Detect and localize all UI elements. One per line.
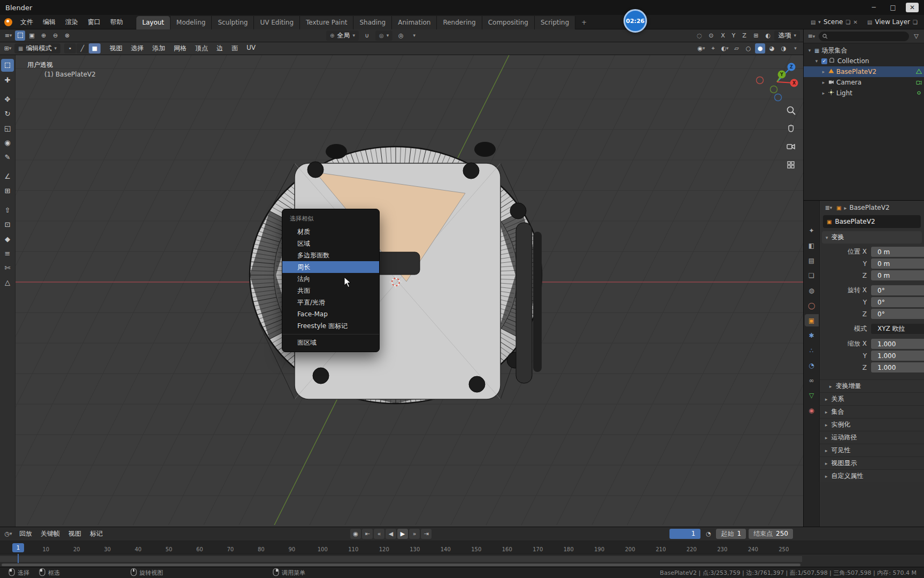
light-data-icon[interactable] (916, 90, 922, 97)
property-field-Z[interactable]: 0° (871, 309, 924, 319)
shading-material-icon[interactable]: ◕ (767, 43, 777, 54)
menu-item-面区域[interactable]: 面区域 (282, 337, 379, 348)
collection-checkbox[interactable]: ✓ (821, 58, 827, 64)
axis-toggle-x[interactable]: X (718, 31, 728, 41)
overlays-toggle-icon[interactable]: ◐ (763, 31, 773, 41)
snap-toggle-icon[interactable]: ⊙ (706, 31, 716, 41)
new-view-layer-icon[interactable]: ❏ (913, 19, 918, 25)
properties-tab-constraints[interactable]: ∞ (805, 374, 819, 386)
properties-tab-scene[interactable]: ◍ (805, 284, 819, 296)
timeline-ruler[interactable]: 1 10203040506070809010011012013014015016… (0, 541, 924, 555)
vertex-select-icon[interactable]: • (64, 43, 76, 54)
close-button[interactable]: ✕ (906, 3, 919, 12)
viewport-menu-添加[interactable]: 添加 (148, 42, 170, 55)
section-实例化[interactable]: ▸实例化 (820, 418, 924, 431)
viewport-menu-选择[interactable]: 选择 (127, 42, 148, 55)
tool-box-select[interactable] (1, 59, 14, 72)
scene-icon[interactable]: ▤ (811, 19, 815, 25)
expand-arrow-icon[interactable]: ▸ (821, 90, 826, 96)
frame-end-field[interactable]: 结束点250 (749, 529, 793, 539)
outliner-row-Camera[interactable]: ▸Camera (804, 77, 924, 88)
camera-data-icon[interactable] (916, 79, 922, 86)
viewport-canvas[interactable]: X Y Z 用户透视 (1) BasePlateV2 (16, 55, 803, 527)
expand-arrow-icon[interactable]: ▸ (821, 80, 826, 85)
workspace-tab-animation[interactable]: Animation (392, 16, 437, 29)
properties-tab-modifiers[interactable]: ✱ (805, 329, 819, 341)
outliner-row-Light[interactable]: ▸Light (804, 88, 924, 98)
workspace-tab-sculpting[interactable]: Sculpting (212, 16, 254, 29)
section-可见性[interactable]: ▸可见性 (820, 444, 924, 457)
shading-wireframe-icon[interactable]: ○ (743, 43, 753, 54)
workspace-tab-shading[interactable]: Shading (353, 16, 392, 29)
menu-编辑[interactable]: 编辑 (38, 16, 60, 28)
scene-dropdown-icon[interactable]: ▾ (818, 19, 821, 25)
section-关系[interactable]: ▸关系 (820, 392, 924, 405)
proportional-edit-icon[interactable]: ◎ (396, 31, 406, 41)
timeline-channel[interactable] (0, 554, 924, 563)
overlays-icon[interactable]: ◐▾ (720, 43, 730, 54)
object-visibility-dropdown[interactable]: ◉▾ (696, 43, 706, 54)
properties-tab-tool[interactable]: ✦ (805, 224, 819, 237)
menu-item-周长[interactable]: 周长 (282, 261, 379, 273)
section-变换增量[interactable]: ▸变换增量 (820, 379, 924, 392)
shading-rendered-icon[interactable]: ◑ (779, 43, 789, 54)
auto-key-button[interactable]: ◉ (350, 529, 361, 539)
workspace-tab-layout[interactable]: Layout (136, 16, 171, 29)
tool-move[interactable]: ✥ (1, 93, 14, 105)
properties-tab-particles[interactable]: ∴ (805, 344, 819, 356)
workspace-tab-texture-paint[interactable]: Texture Paint (300, 16, 353, 29)
gizmos-toggle-icon[interactable]: ⌖ (708, 43, 718, 54)
add-workspace-button[interactable]: + (575, 16, 592, 29)
properties-tab-object-data[interactable]: ▽ (805, 389, 819, 401)
filter-icon[interactable]: ▽ (911, 31, 921, 41)
ortho-grid-icon[interactable] (785, 159, 797, 171)
proportional-falloff-dropdown[interactable]: ▾ (409, 31, 419, 41)
snap-icon[interactable]: ∪ (362, 31, 372, 41)
properties-editor-type-icon[interactable]: ≣▾ (823, 203, 834, 213)
menu-item-材质[interactable]: 材质 (282, 226, 379, 238)
section-自定义属性[interactable]: ▸自定义属性 (820, 469, 924, 482)
frame-start-field[interactable]: 起始1 (716, 529, 746, 539)
timeline-menu-关键帧[interactable]: 关键帧 (36, 528, 64, 540)
tool-knife[interactable]: ✄ (1, 261, 14, 274)
workspace-tab-compositing[interactable]: Compositing (482, 16, 535, 29)
properties-tab-render[interactable]: ◧ (805, 239, 819, 252)
menu-item-平直/光滑[interactable]: 平直/光滑 (282, 296, 379, 308)
property-field-缩放 X[interactable]: 1.000 (871, 339, 924, 349)
menu-item-多边形面数[interactable]: 多边形面数 (282, 249, 379, 261)
tool-extrude[interactable]: ⇧ (1, 203, 14, 216)
properties-tab-view-layer[interactable]: ❏ (805, 269, 819, 282)
camera-view-icon[interactable] (785, 141, 797, 153)
mesh-data-icon[interactable] (916, 69, 922, 75)
jump-to-end-button[interactable]: ⇥ (421, 529, 432, 539)
current-frame-field[interactable]: 1 (669, 529, 700, 539)
gizmo-z-neg[interactable] (775, 94, 782, 101)
playhead[interactable]: 1 (12, 543, 24, 552)
section-视图显示[interactable]: ▸视图显示 (820, 457, 924, 469)
tool-inset-faces[interactable]: ⊡ (1, 218, 14, 231)
shading-dropdown-icon[interactable]: ▾ (790, 43, 800, 54)
property-field-旋转 X[interactable]: 0° (871, 285, 924, 295)
property-field-位置 X[interactable]: 0 m (871, 247, 924, 257)
workspace-tab-rendering[interactable]: Rendering (437, 16, 482, 29)
play-reverse-button[interactable]: ◀ (386, 529, 396, 539)
timeline-scrollbar[interactable] (0, 563, 924, 567)
properties-tab-material[interactable]: ◉ (805, 404, 819, 416)
axis-toggle-y[interactable]: Y (728, 31, 738, 41)
section-运动路径[interactable]: ▸运动路径 (820, 431, 924, 444)
use-preview-range-icon[interactable]: ◔ (703, 529, 713, 539)
active-tool-icon[interactable] (15, 31, 25, 41)
viewport-menu-边[interactable]: 边 (212, 42, 227, 55)
menu-帮助[interactable]: 帮助 (105, 16, 128, 28)
transform-orientation-dropdown[interactable]: ⊕全局▾ (326, 31, 359, 41)
scene-selector[interactable]: Scene (823, 18, 843, 26)
menu-item-区域[interactable]: 区域 (282, 238, 379, 249)
shading-solid-icon[interactable]: ● (755, 43, 765, 54)
expand-arrow-icon[interactable]: ▾ (814, 58, 819, 64)
menu-item-法向[interactable]: 法向 (282, 273, 379, 285)
property-field-模式[interactable]: XYZ 欧拉 (871, 324, 924, 334)
view-layer-icon[interactable]: ▤ (867, 19, 872, 25)
expand-arrow-icon[interactable]: ▾ (807, 48, 812, 53)
jump-to-start-button[interactable]: ⇤ (362, 529, 373, 539)
xray-toggle-icon[interactable]: ▱ (732, 43, 742, 54)
